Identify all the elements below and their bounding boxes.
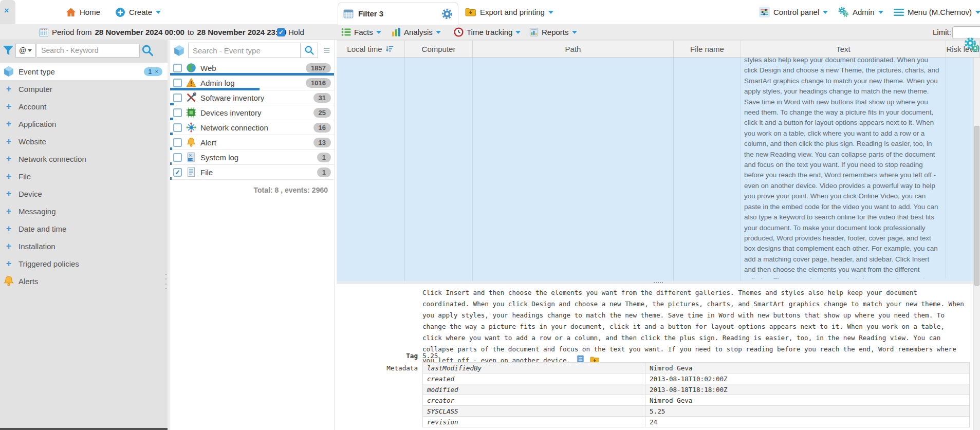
row-checkbox[interactable]: [173, 64, 182, 72]
reports-dropdown[interactable]: Reports: [529, 24, 577, 40]
remove-filter-icon[interactable]: ×: [155, 68, 158, 74]
sidebar-item-label: File: [19, 172, 31, 181]
home-label: Home: [80, 8, 100, 16]
column-header-local-time[interactable]: Local time: [337, 41, 405, 57]
search-icon[interactable]: [141, 44, 154, 57]
active-filter-badge[interactable]: 1×: [144, 67, 162, 76]
row-checkbox[interactable]: [173, 79, 182, 87]
control-panel-button[interactable]: Control panel: [759, 0, 828, 24]
event-type-panel: ≡ Web1857Admin log1016Software inventory…: [170, 40, 335, 430]
admin-button[interactable]: Admin: [838, 0, 883, 24]
expand-plus-icon[interactable]: +: [3, 223, 14, 234]
row-checkbox[interactable]: ✓: [173, 168, 182, 177]
expand-plus-icon[interactable]: +: [3, 84, 14, 95]
create-label: Create: [129, 8, 152, 16]
event-type-search-input[interactable]: [189, 43, 300, 58]
expand-plus-icon[interactable]: +: [3, 189, 14, 199]
event-type-row-devices-inventory[interactable]: Devices inventory25: [170, 105, 334, 120]
user-menu-button[interactable]: Menu (M.Chernov): [894, 0, 980, 24]
period-control[interactable]: Period from 28 November 2024 00:00 to 28…: [39, 24, 287, 40]
table-row[interactable]: styles also help keep your document coor…: [337, 58, 980, 281]
vertical-scrollbar[interactable]: [973, 58, 980, 430]
event-type-row-file[interactable]: ✓File1: [170, 165, 334, 180]
sidebar-item-messaging[interactable]: +Messaging: [0, 202, 168, 220]
gear-icon[interactable]: [441, 8, 453, 20]
column-header-text[interactable]: Text: [741, 41, 946, 57]
sidebar-item-label: Device: [19, 190, 42, 198]
sidebar-item-installation[interactable]: +Installation: [0, 237, 168, 255]
hold-control[interactable]: ✓ Hold: [277, 24, 304, 40]
metadata-key: modified: [423, 384, 645, 395]
sidebar-item-device[interactable]: +Device: [0, 185, 168, 202]
expand-plus-icon[interactable]: +: [3, 241, 14, 252]
event-count-badge: 1857: [306, 63, 331, 73]
column-header-path[interactable]: Path: [473, 41, 674, 57]
plus-circle-icon: [115, 7, 125, 17]
sidebar-item-date-and-time[interactable]: +Date and time: [0, 220, 168, 237]
analysis-dropdown[interactable]: Analysis: [392, 24, 441, 40]
network-icon: [186, 122, 196, 133]
expand-plus-icon[interactable]: +: [3, 154, 14, 164]
time-tracking-dropdown[interactable]: Time tracking: [454, 24, 521, 40]
chevron-down-icon: [28, 49, 32, 54]
column-header-computer[interactable]: Computer: [405, 41, 473, 57]
sort-descending-icon[interactable]: [385, 45, 394, 53]
sidebar-item-label: Installation: [19, 242, 56, 251]
event-type-row-software-inventory[interactable]: Software inventory31: [170, 90, 334, 105]
sidebar-item-alerts[interactable]: Alerts: [0, 272, 168, 290]
event-count-badge: 1: [317, 153, 331, 162]
event-type-label: Devices inventory: [200, 108, 261, 117]
tab-filter-3[interactable]: Filter 3: [338, 2, 458, 25]
metadata-row: creatorNimrod Geva: [423, 395, 970, 406]
keyword-search-input[interactable]: [37, 44, 140, 58]
event-type-row-network-connection[interactable]: Network connection16: [170, 120, 334, 135]
filter-funnel-icon: [3, 45, 14, 56]
expand-plus-icon[interactable]: +: [3, 171, 14, 182]
sidebar-horizontal-scrollbar[interactable]: [0, 428, 168, 430]
facts-dropdown[interactable]: Facts: [341, 24, 381, 40]
sidebar-item-account[interactable]: +Account: [0, 98, 168, 115]
sidebar-item-triggered-policies[interactable]: +Triggered policies: [0, 255, 168, 272]
scrollbar-thumb[interactable]: [974, 126, 979, 286]
column-settings-gears-icon[interactable]: [964, 37, 979, 52]
event-type-row-admin-log[interactable]: Admin log1016: [170, 76, 334, 90]
search-button[interactable]: [300, 43, 318, 58]
sidebar-item-computer[interactable]: +Computer: [0, 80, 168, 98]
create-button[interactable]: Create: [115, 0, 161, 24]
row-checkbox[interactable]: [173, 94, 182, 102]
table-header: Local timeComputerPathFile nameTextRisk …: [337, 40, 980, 58]
event-type-row-web[interactable]: Web1857: [170, 61, 334, 76]
expand-plus-icon[interactable]: +: [3, 101, 14, 112]
sliders-icon: [759, 7, 770, 17]
expand-plus-icon[interactable]: +: [3, 258, 14, 269]
detail-text: Click Insert and then choose the element…: [422, 287, 965, 366]
event-type-label: Web: [200, 64, 216, 72]
panel-menu-icon[interactable]: ≡: [321, 45, 332, 56]
sidebar-item-file[interactable]: +File: [0, 167, 168, 185]
export-and-printing-button[interactable]: Export and printing: [465, 0, 553, 24]
event-type-row-alert[interactable]: Alert13: [170, 135, 334, 150]
row-checkbox[interactable]: [173, 123, 182, 132]
row-checkbox[interactable]: [173, 153, 182, 162]
sidebar-item-application[interactable]: +Application: [0, 115, 168, 133]
search-field-selector[interactable]: @: [15, 44, 35, 58]
expand-plus-icon[interactable]: +: [3, 136, 14, 147]
sidebar-item-label: Triggered policies: [19, 259, 79, 268]
close-icon[interactable]: ×: [4, 7, 9, 15]
column-header-file-name[interactable]: File name: [674, 41, 741, 57]
row-checkbox[interactable]: [173, 108, 182, 117]
row-checkbox[interactable]: [173, 138, 182, 147]
collapse-panel-tab[interactable]: ×: [0, 0, 15, 24]
sidebar-item-event-type[interactable]: Event type1×: [0, 63, 168, 80]
sidebar-item-network-connection[interactable]: +Network connection: [0, 150, 168, 167]
home-button[interactable]: Home: [66, 0, 100, 24]
event-detail-pane: Click Insert and then choose the element…: [337, 284, 980, 430]
event-type-row-system-log[interactable]: LOGSystem log1: [170, 150, 334, 165]
expand-plus-icon[interactable]: +: [3, 119, 14, 129]
admin-label: Admin: [853, 8, 875, 16]
event-type-label: Network connection: [200, 123, 268, 132]
sidebar-item-website[interactable]: +Website: [0, 133, 168, 150]
metadata-key: lastModifiedBy: [423, 363, 645, 373]
hold-checkbox[interactable]: ✓: [277, 28, 285, 36]
expand-plus-icon[interactable]: +: [3, 206, 14, 217]
